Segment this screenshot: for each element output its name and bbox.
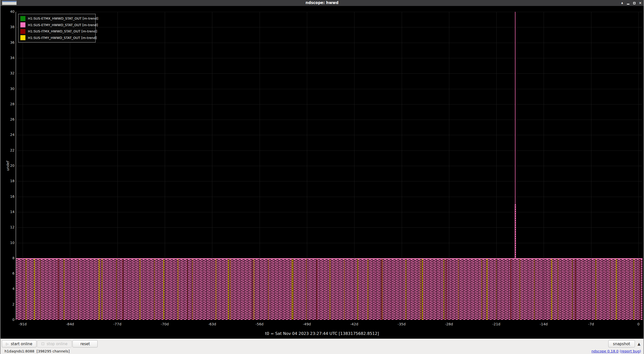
band-gridline — [117, 258, 118, 320]
gridline-horizontal — [16, 89, 642, 89]
legend-item: H1:SUS-ITMY_HWWD_STAT_OUT [m-trend] — [20, 35, 93, 41]
gridline-horizontal — [16, 120, 642, 120]
y-tick-label: 12 — [1, 225, 15, 229]
stop-icon — [42, 342, 44, 345]
band-gridline — [449, 258, 449, 320]
band-gridline — [544, 258, 544, 320]
band-gridline — [307, 258, 307, 320]
x-tick-label: -77d — [109, 322, 126, 326]
shade-icon: ∧ — [621, 2, 623, 4]
stop-online-label: stop online — [47, 342, 67, 346]
gridline-horizontal — [16, 135, 642, 135]
data-band — [16, 258, 642, 320]
minimize-button[interactable] — [626, 1, 630, 5]
gridline-horizontal — [16, 243, 642, 243]
window-controls: ∧ ✕ — [620, 0, 642, 6]
post-bug-text: ) — [640, 349, 641, 353]
y-tick-label: 2 — [1, 302, 15, 306]
plot-area[interactable]: 0246810121416182022242628303234363840-91… — [1, 6, 643, 339]
y-tick-label: 22 — [1, 148, 15, 152]
y-tick-label: 30 — [1, 87, 15, 91]
snapshot-label: snapshot — [613, 342, 630, 346]
band-gridline — [70, 258, 70, 320]
y-tick-label: 10 — [1, 241, 15, 245]
band-gridline — [165, 258, 165, 320]
legend-swatch — [20, 29, 25, 34]
y-tick-label: 16 — [1, 194, 15, 198]
y-tick-label: 26 — [1, 117, 15, 121]
gridline-horizontal — [16, 27, 642, 27]
legend-swatch — [20, 16, 25, 21]
x-tick-label: -21d — [488, 322, 505, 326]
legend-item: H1:SUS-ETMY_HWWD_STAT_OUT [m-trend] — [20, 22, 93, 28]
y-tick-label: 36 — [1, 40, 15, 44]
window-title: ndscope: hwwd — [1, 0, 643, 6]
gridline-horizontal — [16, 212, 642, 212]
version-link[interactable]: ndscope 0.18.0 — [591, 349, 619, 353]
x-tick-label: -63d — [203, 322, 221, 326]
play-icon: ▷ — [6, 342, 9, 345]
start-online-button[interactable]: ▷ start online — [2, 340, 36, 347]
y-tick-label: 8 — [1, 256, 15, 260]
start-online-label: start online — [11, 342, 32, 346]
legend-item: H1:SUS-ETMX_HWWD_STAT_OUT [m-trend] — [20, 15, 93, 22]
reset-button[interactable]: reset — [72, 340, 98, 347]
band-gridline — [638, 258, 639, 320]
maximize-icon — [633, 2, 635, 4]
app-window: ndscope: hwwd ∧ ✕ 0246810121416182022242… — [0, 0, 644, 354]
x-tick-label: -70d — [156, 322, 174, 326]
legend-label: H1:SUS-ETMY_HWWD_STAT_OUT [m-trend] — [28, 23, 98, 27]
data-spike-solid — [515, 204, 516, 258]
x-tick-label: -7d — [582, 322, 600, 326]
minimize-icon — [627, 4, 629, 5]
pre-bug-text: ( — [619, 349, 621, 353]
gridline-horizontal — [16, 58, 642, 58]
y-tick-label: 28 — [1, 102, 15, 106]
close-icon: ✕ — [639, 1, 642, 5]
legend-label: H1:SUS-ETMX_HWWD_STAT_OUT [m-trend] — [28, 17, 98, 20]
y-tick-label: 0 — [1, 318, 15, 322]
x-tick-label: -14d — [535, 322, 552, 326]
band-gridline — [402, 258, 402, 320]
y-tick-label: 34 — [1, 56, 15, 60]
x-tick-label: -91d — [14, 322, 31, 326]
y-tick-label: 38 — [1, 25, 15, 29]
gridline-horizontal — [16, 181, 642, 181]
panel-toggle-up-icon[interactable]: ▲ — [636, 342, 642, 346]
data-spike-thin — [515, 12, 515, 204]
band-gridline — [23, 258, 23, 320]
y-tick-label: 4 — [1, 287, 15, 291]
y-tick-label: 18 — [1, 179, 15, 183]
gridline-horizontal — [16, 12, 642, 12]
x-tick-label: 0 — [630, 322, 643, 326]
gridline-horizontal — [16, 166, 642, 166]
legend-label: H1:SUS-ITMY_HWWD_STAT_OUT [m-trend] — [28, 36, 97, 40]
band-gridline — [212, 258, 212, 320]
server-status: h1daqnds1:8088 [398295 channels] — [5, 349, 70, 353]
snapshot-button[interactable]: snapshot — [608, 340, 635, 347]
legend[interactable]: H1:SUS-ETMX_HWWD_STAT_OUT [m-trend] H1:S… — [18, 14, 96, 42]
legend-item: H1:SUS-ITMX_HWWD_STAT_OUT [m-trend] — [20, 28, 93, 35]
y-tick-label: 6 — [1, 271, 15, 275]
gridline-horizontal — [16, 150, 642, 151]
titlebar[interactable]: ndscope: hwwd ∧ ✕ — [1, 0, 643, 6]
maximize-button[interactable] — [632, 1, 636, 5]
x-tick-label: -84d — [61, 322, 79, 326]
shade-button[interactable]: ∧ — [620, 1, 624, 5]
y-tick-label: 14 — [1, 210, 15, 214]
y-tick-label: 24 — [1, 133, 15, 137]
legend-swatch — [20, 35, 25, 40]
x-tick-label: -42d — [345, 322, 363, 326]
legend-swatch — [20, 22, 25, 27]
close-button[interactable]: ✕ — [638, 1, 642, 5]
x-tick-label: -49d — [298, 322, 316, 326]
gridline-horizontal — [16, 43, 642, 43]
stop-online-button[interactable]: stop online — [37, 340, 72, 347]
statusbar: h1daqnds1:8088 [398295 channels] ndscope… — [1, 349, 643, 354]
gridline-horizontal — [16, 104, 642, 105]
legend-label: H1:SUS-ITMX_HWWD_STAT_OUT [m-trend] — [28, 29, 97, 33]
reset-label: reset — [80, 342, 90, 346]
report-bug-link[interactable]: report bug — [621, 349, 640, 353]
gridline-horizontal — [16, 197, 642, 197]
x-tick-label: -35d — [393, 322, 411, 326]
